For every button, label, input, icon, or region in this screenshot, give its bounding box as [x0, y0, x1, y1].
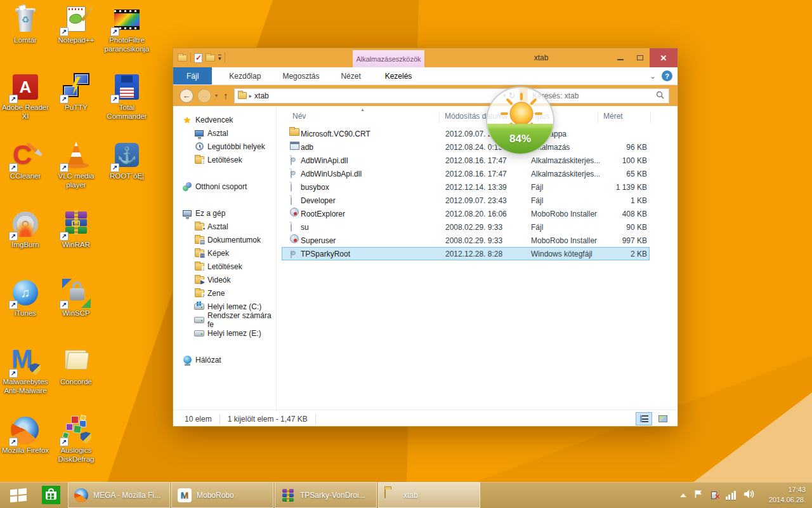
moborobo-installer-icon — [290, 234, 299, 243]
sidebar-item-homegroup[interactable]: Otthoni csoport — [173, 180, 276, 193]
sidebar-item-favorites[interactable]: ★Kedvencek — [173, 113, 276, 126]
sidebar-item-videos[interactable]: ▶Videók — [173, 273, 276, 286]
taskbar-button-moborobo[interactable]: M MoboRobo — [171, 482, 273, 508]
tab-view[interactable]: Nézet — [330, 67, 371, 84]
desktop-icon-putty[interactable]: ↗ PuTTY — [49, 72, 103, 112]
sidebar-item-desktop[interactable]: Asztal — [173, 126, 276, 140]
tab-manage[interactable]: Kezelés — [374, 67, 423, 84]
help-icon[interactable]: ? — [662, 70, 672, 81]
file-row[interactable]: adb 2012.08.24. 0:13 Alkalmazás 96 KB — [282, 140, 650, 154]
file-row[interactable]: RootExplorer 2012.08.20. 16:06 MoboRobo … — [282, 207, 650, 220]
desktop-icon-ccleaner[interactable]: C↗ CCleaner — [0, 141, 52, 181]
maximize-button[interactable] — [630, 48, 650, 67]
taskbar-button-firefox[interactable]: MEGA - Mozilla Fi... — [68, 482, 170, 508]
new-folder-icon[interactable] — [206, 55, 215, 62]
file-row[interactable]: Microsoft.VC90.CRT 2012.09.07. 23:27 Fáj… — [282, 127, 650, 140]
drive-windows-icon — [194, 302, 204, 312]
tab-share[interactable]: Megosztás — [272, 67, 330, 84]
store-taskbar-button[interactable] — [37, 482, 65, 508]
action-center-flag-icon[interactable] — [693, 489, 703, 501]
column-headers: ▲ Név Módosítás dátuma Típus Méret — [277, 109, 678, 124]
shortcut-arrow-icon: ↗ — [60, 438, 69, 446]
device-disconnected-icon[interactable]: ✕ — [710, 491, 719, 500]
breadcrumb[interactable]: xtab — [254, 91, 269, 100]
sidebar-item-music[interactable]: ♪Zene — [173, 286, 276, 300]
back-icon[interactable]: ← — [180, 89, 193, 103]
search-icon — [656, 91, 664, 101]
recent-locations-dropdown-icon[interactable]: ▾ — [215, 93, 218, 98]
customize-qat-dropdown-icon[interactable]: ▾ — [218, 55, 221, 61]
signal-strength-icon[interactable] — [726, 491, 737, 500]
sidebar-item-downloads[interactable]: ↓Letöltések — [173, 153, 276, 166]
anchor-icon: ⚓↗ — [112, 141, 141, 170]
sidebar-item-recent-places[interactable]: Legutóbbi helyek — [173, 140, 276, 153]
column-header-size[interactable]: Méret — [603, 112, 623, 121]
contextual-tab-group[interactable]: Alkalmazáseszközök — [353, 50, 424, 67]
taskbar-clock[interactable]: 17:43 2014.06.28. — [761, 485, 806, 505]
ribbon-tab-strip: Fájl Kezdőlap Megosztás Nézet Kezelés ⌄ … — [173, 67, 678, 85]
desktop-icon-imgburn[interactable]: ↗ ImgBurn — [0, 210, 52, 250]
dll-icon: ⚙ — [289, 169, 299, 178]
sidebar-item-pictures[interactable]: ▦Képek — [173, 246, 276, 260]
desktop-icon-malwarebytes[interactable]: M↗ Malwarebytes Anti-Malware — [0, 347, 52, 395]
file-row[interactable]: su 2008.02.29. 9:33 Fájl 90 KB — [282, 220, 650, 234]
taskbar-button-xtab[interactable]: xtab — [378, 482, 480, 508]
properties-icon[interactable]: ✓ — [194, 53, 202, 63]
address-bar[interactable]: ▸ xtab ▾ ↻ — [234, 88, 520, 104]
file-row[interactable]: Superuser 2008.02.29. 9:33 MoboRobo Inst… — [282, 234, 650, 247]
file-row-selected[interactable]: ⚙ TPSparkyRoot 2012.12.28. 8:28 Windows … — [282, 247, 650, 260]
sidebar-item-pc-downloads[interactable]: ↓Letöltések — [173, 260, 276, 273]
sidebar-item-network[interactable]: Hálózat — [173, 353, 276, 366]
putty-icon: ↗ — [62, 72, 91, 102]
desktop-icon-firefox[interactable]: ↗ Mozilla Firefox — [0, 415, 52, 455]
file-icon — [289, 182, 299, 192]
desktop-icon-winscp[interactable]: ↗ WinSCP — [49, 278, 103, 318]
file-row[interactable]: busybox 2012.12.14. 13:39 Fájl 1 139 KB — [282, 180, 650, 194]
show-hidden-icons-icon[interactable] — [680, 493, 686, 497]
minimize-button[interactable] — [610, 48, 630, 67]
address-folder-icon — [238, 92, 247, 99]
firefox-icon: ↗ — [11, 415, 40, 444]
tab-home[interactable]: Kezdőlap — [218, 67, 272, 84]
sidebar-item-this-pc[interactable]: Ez a gép — [173, 206, 276, 220]
desktop-icon-itunes[interactable]: ♫↗ iTunes — [0, 278, 52, 318]
details-view-button[interactable] — [636, 412, 652, 425]
sidebar-item-system-reserved[interactable]: Rendszer számára fe — [173, 313, 276, 326]
desktop-icon-notepadpp[interactable]: ↗ Notepad++ — [49, 5, 103, 45]
this-pc-icon — [182, 208, 192, 218]
shortcut-arrow-icon: ↗ — [60, 300, 69, 309]
desktop-icon-winrar[interactable]: ↗ WinRAR — [49, 210, 103, 250]
ribbon-collapse-icon[interactable]: ⌄ — [650, 72, 656, 81]
taskbar-button-winrar[interactable]: TPSarky-VonDroi... — [275, 482, 377, 508]
desktop-icon-total-commander[interactable]: ↗ Total Commander — [100, 72, 154, 121]
file-row[interactable]: Developer 2012.09.07. 23:43 Fájl 1 KB — [282, 194, 650, 207]
desktop-icon-photofiltre[interactable]: ↗ PhotoFiltre parancsikonja — [100, 5, 154, 53]
desktop-icon-auslogics[interactable]: ↗ Auslogics DiskDefrag — [49, 415, 103, 464]
desktop-icon-root[interactable]: ⚓↗ ROOT´óĘ¦ — [100, 141, 154, 181]
desktop-icon-vlc[interactable]: ↗ VLC media player — [49, 141, 103, 189]
close-button[interactable]: ✕ — [650, 48, 678, 67]
volume-icon[interactable] — [743, 489, 754, 502]
tab-file[interactable]: Fájl — [173, 67, 212, 84]
desktop-icon-recycle-bin[interactable]: ♻ Lomtár — [0, 5, 52, 45]
desktop-icon-concorde[interactable]: Concorde — [49, 347, 103, 387]
forward-icon[interactable]: → — [197, 89, 211, 103]
file-row[interactable]: ⚙ AdbWinUsbApi.dll 2012.08.16. 17:47 Alk… — [282, 167, 650, 180]
downloads-folder-icon: ↓ — [194, 155, 204, 165]
column-header-name[interactable]: Név — [292, 112, 306, 121]
shortcut-arrow-icon: ↗ — [60, 232, 69, 241]
thumbnails-view-button[interactable] — [655, 412, 671, 425]
up-icon[interactable]: ↑ — [223, 90, 228, 101]
sort-ascending-icon: ▲ — [360, 107, 365, 112]
sidebar-item-pc-desktop[interactable]: ▪Asztal — [173, 220, 276, 233]
address-toolbar: ← → ▾ ↑ ▸ xtab ▾ ↻ Keresés: xtab — [173, 85, 678, 106]
file-row[interactable]: ⚙ AdbWinApi.dll 2012.08.16. 17:47 Alkalm… — [282, 154, 650, 167]
shortcut-arrow-icon: ↗ — [9, 232, 18, 241]
clock-time: 17:43 — [761, 485, 806, 495]
start-button[interactable] — [0, 482, 37, 508]
shortcut-arrow-icon: ↗ — [110, 95, 119, 104]
title-bar[interactable]: ✓ ▾ Alkalmazáseszközök xtab ✕ — [173, 48, 678, 67]
sidebar-item-documents[interactable]: ▤Dokumentumok — [173, 233, 276, 246]
desktop-icon-adobe-reader[interactable]: A↗ Adobe Reader XI — [0, 72, 52, 121]
sidebar-item-local-disk-e[interactable]: Helyi lemez (E:) — [173, 326, 276, 340]
